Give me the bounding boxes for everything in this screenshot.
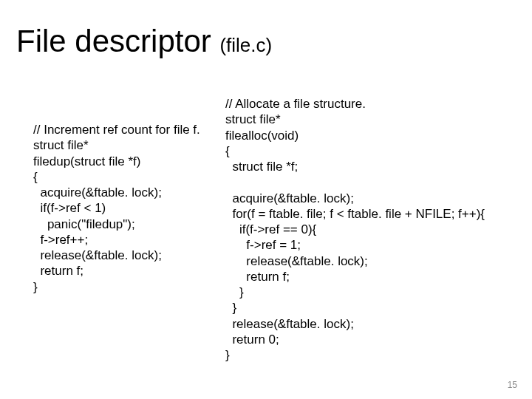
title-paren-text: (file.c) <box>219 34 272 56</box>
slide-title: File descriptor (file.c) <box>16 24 272 59</box>
code-block-left: // Increment ref count for file f. struc… <box>33 122 200 295</box>
page-number: 15 <box>508 380 517 390</box>
title-main-text: File descriptor <box>16 24 219 58</box>
code-block-right: // Allocate a file structure. struct fil… <box>225 96 485 363</box>
